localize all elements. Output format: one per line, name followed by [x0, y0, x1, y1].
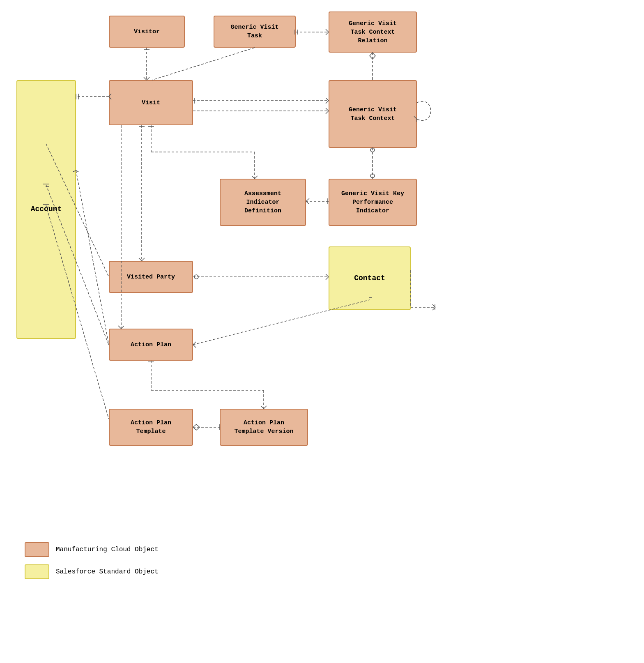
entity-generic-visit-task-context-relation: Generic VisitTask ContextRelation [329, 12, 417, 53]
legend-item-yellow: Salesforce Standard Object [25, 564, 159, 579]
svg-line-71 [76, 170, 78, 172]
svg-line-44 [306, 201, 309, 204]
svg-line-74 [121, 326, 124, 329]
svg-line-68 [193, 345, 196, 348]
legend-item-salmon: Manufacturing Cloud Object [25, 542, 159, 557]
svg-line-53 [139, 258, 142, 261]
svg-line-59 [326, 277, 329, 280]
svg-line-58 [326, 274, 329, 277]
entity-generic-visit-task-context: Generic VisitTask Context [329, 80, 417, 148]
diagram-connectors [0, 0, 644, 534]
svg-line-10 [152, 48, 255, 80]
entity-contact: Contact [329, 246, 411, 310]
svg-line-50 [255, 176, 258, 179]
svg-line-67 [193, 342, 196, 345]
entity-visited-party: Visited Party [109, 261, 193, 293]
svg-line-8 [147, 77, 150, 80]
svg-point-57 [194, 275, 198, 279]
legend-label-salmon: Manufacturing Cloud Object [56, 546, 159, 553]
svg-line-24 [326, 111, 329, 114]
svg-line-20 [326, 98, 329, 101]
svg-marker-82 [193, 424, 200, 430]
svg-line-79 [261, 406, 264, 409]
svg-line-23 [326, 108, 329, 111]
entity-generic-visit-kpi: Generic Visit KeyPerformanceIndicator [329, 179, 417, 226]
legend-box-salmon [25, 542, 49, 557]
entity-account: Account [16, 80, 76, 339]
svg-line-7 [144, 77, 147, 80]
entity-visit: Visit [109, 80, 193, 125]
svg-line-15 [326, 32, 329, 35]
svg-line-63 [432, 307, 435, 310]
svg-line-43 [306, 198, 309, 201]
svg-line-14 [326, 29, 329, 32]
entity-action-plan-template-version: Action PlanTemplate Version [220, 409, 308, 446]
entity-action-plan: Action Plan [109, 329, 193, 361]
svg-point-41 [370, 174, 375, 178]
svg-line-73 [118, 326, 121, 329]
entity-generic-visit-task: Generic VisitTask [214, 16, 296, 48]
legend-section: Manufacturing Cloud Object Salesforce St… [25, 542, 159, 579]
svg-line-54 [142, 258, 145, 261]
svg-line-62 [432, 304, 435, 307]
svg-marker-17 [370, 53, 375, 59]
entity-visitor: Visitor [109, 16, 185, 48]
legend-box-yellow [25, 564, 49, 579]
svg-line-49 [252, 176, 255, 179]
diagram-container: Account Visitor Generic VisitTask Generi… [0, 0, 644, 534]
svg-point-40 [370, 148, 375, 152]
svg-line-80 [264, 406, 267, 409]
legend-label-yellow: Salesforce Standard Object [56, 568, 159, 576]
svg-line-69 [76, 170, 109, 345]
entity-assessment-indicator-def: AssessmentIndicatorDefinition [220, 179, 306, 226]
entity-action-plan-template: Action PlanTemplate [109, 409, 193, 446]
svg-line-21 [326, 101, 329, 104]
